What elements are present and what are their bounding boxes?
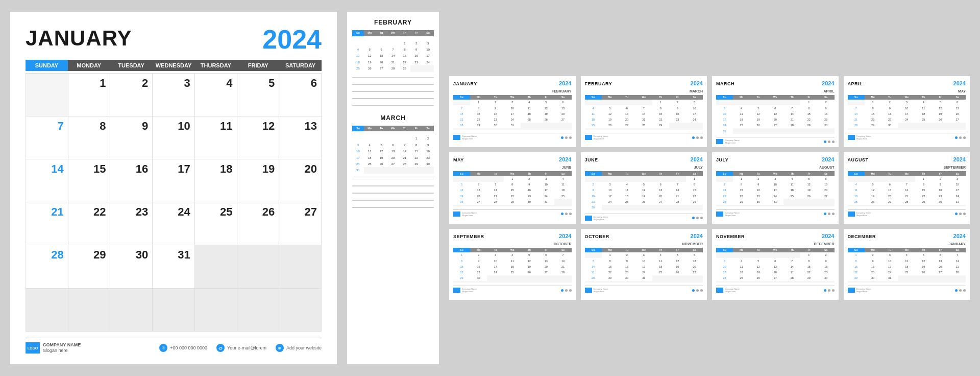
- mcc-date-cell: 4: [585, 105, 602, 111]
- mcc-month-label: NOVEMBER: [716, 234, 745, 239]
- mcc-date-cell: 17: [949, 187, 966, 193]
- cal-cell: 25: [195, 202, 237, 245]
- mini-dc: 27: [387, 161, 399, 167]
- mcc-date-cell: 28: [669, 199, 686, 204]
- main-calendar-grid: Sunday Monday Tuesday Wednesday Thursday…: [26, 60, 322, 332]
- mcc-date-cell: 1: [453, 252, 470, 258]
- mcc-date-cell: [669, 176, 686, 181]
- mcc-month-label: MAY: [453, 157, 464, 162]
- mcc-day-header: Su: [848, 171, 865, 176]
- mcc-day-header: Tu: [619, 171, 635, 176]
- mcc-date-cell: [521, 281, 537, 283]
- mcc-date-cell: 12: [453, 187, 470, 193]
- mcc-date-cell: [619, 176, 635, 181]
- mcc-day-header: Tu: [487, 171, 504, 176]
- mcc-date-cell: 24: [881, 270, 898, 275]
- mcc-date-cell: 7: [453, 105, 470, 111]
- mcc-date-cell: 7: [848, 105, 865, 111]
- mcc-date-cell: 28: [783, 275, 800, 281]
- cal-cell: 26: [237, 202, 280, 245]
- mcc-day-header: Fr: [537, 171, 554, 176]
- cal-cell: [110, 289, 153, 332]
- mcc-date-cell: 4: [733, 258, 750, 264]
- mcc-date-cell: [635, 128, 652, 130]
- mcc-date-cell: 15: [504, 187, 521, 193]
- mcc-date-cell: 22: [652, 117, 669, 123]
- mcc-footer-dots: [692, 217, 703, 219]
- mini-dc: 13: [376, 53, 387, 59]
- mcc-date-cell: 1: [602, 252, 619, 258]
- mcc-date-cell: [848, 281, 865, 283]
- mcc-date-cell: 14: [848, 111, 865, 116]
- mcc-date-cell: 16: [521, 187, 537, 193]
- mcc-date-cell: 12: [521, 258, 537, 264]
- mcc-date-cell: 13: [767, 264, 783, 269]
- mcc-day-header: Fr: [800, 248, 817, 252]
- mcc-date-cell: [487, 205, 504, 206]
- mcc-day-header: Sa: [949, 248, 966, 252]
- mcc-date-cell: 27: [686, 270, 703, 275]
- mcc-date-cell: 6: [767, 105, 783, 111]
- mcc-footer: Company NameSlogan here: [453, 286, 572, 293]
- mcc-date-cell: [733, 100, 750, 105]
- mcc-date-cell: [537, 123, 554, 128]
- mcc-dot: [832, 289, 835, 292]
- mcc-dot: [700, 217, 703, 219]
- cal-cell: 1: [68, 74, 111, 116]
- mcc-date-cell: 13: [652, 187, 669, 193]
- mini-dc: 28: [399, 161, 410, 167]
- mcc-date-cell: [817, 281, 834, 283]
- mcc-date-cell: 4: [554, 176, 571, 181]
- mcc-date-cell: 4: [848, 182, 865, 187]
- cal-cell: 2: [110, 74, 153, 116]
- mcc-date-cell: 5: [635, 182, 652, 187]
- mcc-date-cell: 4: [733, 105, 750, 111]
- cal-cell: 5: [237, 74, 280, 116]
- cal-cell: [153, 289, 195, 332]
- mini-dc: 5: [376, 142, 387, 148]
- mcc-date-cell: 24: [949, 193, 966, 199]
- mcc-date-cell: [865, 281, 881, 283]
- mcc-date-cell: [716, 100, 733, 105]
- mcc-day-header: Th: [783, 248, 800, 252]
- mcc-date-cell: 17: [716, 270, 733, 275]
- mcc-date-cell: [783, 205, 800, 206]
- mcc-dot: [828, 213, 830, 215]
- cal-cell: 8: [68, 116, 111, 159]
- mcc-date-cell: 26: [750, 123, 767, 128]
- mcc-date-cell: 3: [716, 258, 733, 264]
- mcc-date-cell: 28: [453, 123, 470, 128]
- mcc-footer-text: Company NameSlogan here: [462, 288, 477, 293]
- mcc-date-cell: 10: [635, 258, 652, 264]
- mcc-date-cell: [767, 205, 783, 206]
- annual-month-card-january: JANUARY2024FEBRUARYSuMoTuWeThFrSa1234567…: [449, 76, 576, 148]
- mcc-date-cell: 15: [800, 111, 817, 116]
- mcc-date-cell: 25: [619, 199, 635, 204]
- mcc-date-cell: 2: [817, 252, 834, 258]
- mcc-date-cell: [800, 205, 817, 206]
- mcc-date-cell: [767, 281, 783, 283]
- cal-cell: 13: [279, 116, 322, 159]
- mcc-date-cell: 28: [783, 123, 800, 128]
- mcc-day-header: Su: [585, 171, 602, 176]
- mcc-day-header: Su: [453, 248, 470, 252]
- mcc-date-cell: 9: [865, 258, 881, 264]
- mini-dc: 21: [387, 59, 399, 65]
- mcc-date-cell: [504, 281, 521, 283]
- mcc-date-cell: 11: [898, 258, 915, 264]
- mcc-date-cell: 12: [669, 258, 686, 264]
- annual-month-card-march: MARCH2024APRILSuMoTuWeThFrSa123456789101…: [712, 76, 839, 148]
- mcc-day-header: We: [635, 248, 652, 252]
- cal-cell: [68, 289, 111, 332]
- mcc-date-cell: 6: [554, 100, 571, 105]
- cal-cell: 19: [237, 159, 280, 202]
- mcc-date-cell: 26: [602, 123, 619, 128]
- mcc-date-cell: 1: [733, 176, 750, 181]
- mcc-footer-text: Company NameSlogan here: [725, 139, 740, 144]
- mcc-dot: [828, 140, 830, 143]
- mcc-date-cell: 25: [521, 117, 537, 123]
- mini-dc: [422, 167, 434, 173]
- mcc-date-cell: 30: [619, 275, 635, 281]
- mini-dc: [376, 135, 387, 142]
- mcc-day-header: Su: [848, 248, 865, 252]
